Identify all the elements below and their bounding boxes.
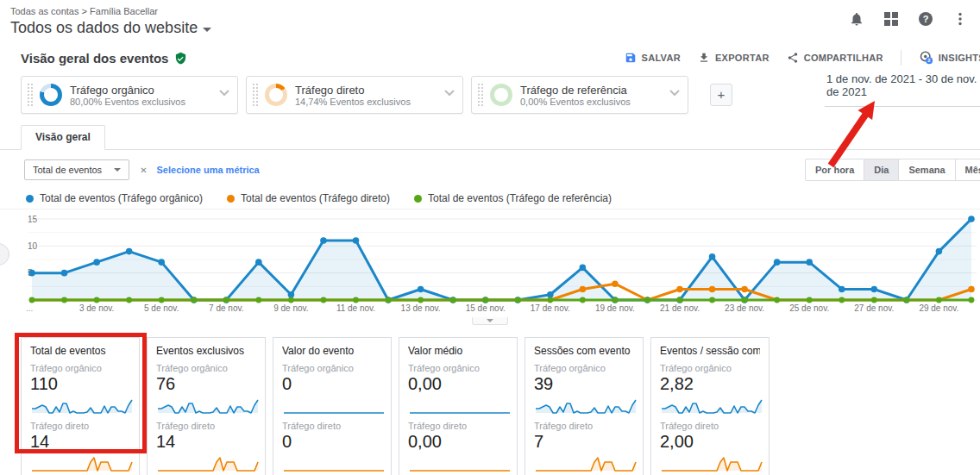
breadcrumb-all-accounts[interactable]: Todas as contas xyxy=(10,6,79,16)
granularity-por-hora[interactable]: Por hora xyxy=(805,159,864,181)
scorecard-segment-value: 2,00 xyxy=(660,432,760,452)
segment-chip-2[interactable]: Tráfego direto14,74% Eventos exclusivos xyxy=(246,76,463,114)
scorecard-4[interactable]: Valor médioTráfego orgânico0,00Tráfego d… xyxy=(399,337,518,475)
drag-handle-icon[interactable] xyxy=(477,83,484,107)
chevron-down-icon[interactable] xyxy=(669,84,680,100)
tab-visao-geral[interactable]: Visão geral xyxy=(21,125,105,150)
granularity-mês[interactable]: Mês xyxy=(956,159,980,181)
report-title-wrap: Visão geral dos eventos xyxy=(21,51,187,66)
scorecard-segment-value: 14 xyxy=(30,432,130,452)
report-title: Visão geral dos eventos xyxy=(21,51,168,66)
expand-chart-handle[interactable] xyxy=(472,317,508,325)
export-label: EXPORTAR xyxy=(715,53,770,63)
legend-label: Total de eventos (Tráfego direto) xyxy=(241,192,390,204)
kebab-menu-icon[interactable] xyxy=(952,11,968,27)
scorecard-segment-value: 0 xyxy=(282,432,382,452)
breadcrumb[interactable]: Todas as contas > Família Bacellar xyxy=(10,6,970,16)
segment-chip-3[interactable]: Tráfego de referência0,00% Eventos exclu… xyxy=(471,76,688,114)
sparkline xyxy=(30,453,134,474)
insights-icon: 2 xyxy=(919,51,933,65)
sparkline xyxy=(534,396,638,416)
segment-info: Tráfego de referência0,00% Eventos exclu… xyxy=(520,84,631,107)
scorecard-6[interactable]: Eventos / sessão com eventoTráfego orgân… xyxy=(650,337,770,475)
remove-metric-button[interactable]: ✕ xyxy=(140,166,147,175)
tabs-row: Visão geral xyxy=(0,124,980,150)
chevron-down-icon xyxy=(203,28,211,32)
scorecard-segment-value: 0,00 xyxy=(408,374,508,394)
chevron-down-icon xyxy=(114,168,121,172)
sparkline xyxy=(156,396,260,416)
drag-handle-icon[interactable] xyxy=(27,83,34,107)
svg-text:21 de nov.: 21 de nov. xyxy=(660,303,700,313)
svg-text:25 de nov.: 25 de nov. xyxy=(789,303,829,313)
scorecard-segment-value: 0 xyxy=(282,374,382,394)
scorecard-segment-label: Tráfego orgânico xyxy=(282,363,382,373)
granularity-semana[interactable]: Semana xyxy=(899,159,955,181)
breadcrumb-separator: > xyxy=(82,6,87,16)
report-bar: Visão geral dos eventos SALVAR EXPORTAR … xyxy=(0,40,980,69)
scorecard-segment-label: Tráfego orgânico xyxy=(660,363,760,373)
save-label: SALVAR xyxy=(642,53,681,63)
property-selector[interactable]: Todos os dados do website xyxy=(10,19,970,37)
events-timeline-chart: 510153 de nov.5 de nov.7 de nov.9 de nov… xyxy=(22,209,980,317)
insights-button[interactable]: 2 INSIGHTS xyxy=(919,51,980,65)
scorecard-segment-label: Tráfego orgânico xyxy=(156,363,256,373)
scorecard-segment-label: Tráfego direto xyxy=(534,421,634,431)
scorecards-row: Total de eventosTráfego orgânico110Tráfe… xyxy=(0,325,980,475)
verified-shield-icon xyxy=(174,52,187,65)
scorecard-segment-label: Tráfego direto xyxy=(408,421,508,431)
svg-text:27 de nov.: 27 de nov. xyxy=(854,303,894,313)
add-segment-button[interactable]: + xyxy=(710,84,732,106)
scorecard-segment-label: Tráfego direto xyxy=(660,421,760,431)
segment-chips: Tráfego orgânico80,00% Eventos exclusivo… xyxy=(21,76,696,114)
metric-controls: Total de eventos ✕ Selecione uma métrica… xyxy=(0,150,980,184)
segment-name: Tráfego orgânico xyxy=(70,84,185,97)
scorecard-title: Valor do evento xyxy=(282,345,382,357)
scorecard-segment-value: 39 xyxy=(534,374,634,394)
segment-donut-icon xyxy=(490,84,512,106)
scorecard-segment-value: 14 xyxy=(156,432,256,452)
notifications-bell-icon[interactable] xyxy=(849,11,864,27)
segment-info: Tráfego orgânico80,00% Eventos exclusivo… xyxy=(70,84,185,107)
segment-donut-icon xyxy=(40,84,62,106)
svg-text:15: 15 xyxy=(28,215,38,224)
segment-donut-icon xyxy=(265,84,287,106)
segment-name: Tráfego de referência xyxy=(520,84,631,97)
segment-info: Tráfego direto14,74% Eventos exclusivos xyxy=(295,84,411,107)
export-button[interactable]: EXPORTAR xyxy=(698,52,770,64)
scorecard-5[interactable]: Sessões com eventoTráfego orgânico39Tráf… xyxy=(525,337,644,475)
ga-events-overview-page: { "colors": { "blue":"#1b87c9", "orange"… xyxy=(0,0,980,475)
legend-item: Total de eventos (Tráfego orgânico) xyxy=(26,192,203,204)
sparkline xyxy=(660,453,763,474)
legend-item: Total de eventos (Tráfego de referência) xyxy=(414,192,612,204)
chevron-down-icon[interactable] xyxy=(219,84,229,100)
segment-chip-1[interactable]: Tráfego orgânico80,00% Eventos exclusivo… xyxy=(21,76,238,114)
share-button[interactable]: COMPARTILHAR xyxy=(787,52,883,64)
apps-grid-icon[interactable] xyxy=(883,11,899,27)
save-button[interactable]: SALVAR xyxy=(625,52,681,64)
select-metric-link[interactable]: Selecione uma métrica xyxy=(157,165,260,175)
scorecard-segment-value: 0,00 xyxy=(408,432,508,452)
metric-dropdown[interactable]: Total de eventos xyxy=(24,159,129,180)
scorecard-segment-label: Tráfego direto xyxy=(30,421,130,431)
drag-handle-icon[interactable] xyxy=(252,83,259,107)
scorecard-3[interactable]: Valor do eventoTráfego orgânico0Tráfego … xyxy=(273,337,392,475)
granularity-dia[interactable]: Dia xyxy=(864,159,899,181)
segment-name: Tráfego direto xyxy=(295,84,411,97)
legend-dot-icon xyxy=(26,195,34,203)
segment-detail: 0,00% Eventos exclusivos xyxy=(520,97,631,107)
date-range-selector[interactable]: 1 de nov. de 2021 - 30 de nov. de 2021 xyxy=(825,71,980,107)
granularity-toggle-group: Por horaDiaSemanaMês xyxy=(805,159,980,181)
chevron-down-icon[interactable] xyxy=(444,84,455,100)
scorecard-2[interactable]: Eventos exclusivosTráfego orgânico76Tráf… xyxy=(147,337,266,475)
legend-dot-icon xyxy=(414,195,422,203)
scorecard-segment-label: Tráfego orgânico xyxy=(30,363,130,373)
scorecard-1[interactable]: Total de eventosTráfego orgânico110Tráfe… xyxy=(21,337,140,475)
breadcrumb-account[interactable]: Família Bacellar xyxy=(90,6,158,16)
scorecard-segment-value: 7 xyxy=(534,432,634,452)
scorecard-segment-label: Tráfego orgânico xyxy=(534,363,634,373)
segment-detail: 14,74% Eventos exclusivos xyxy=(295,97,411,107)
insights-label: INSIGHTS xyxy=(939,53,980,63)
svg-text:7 de nov.: 7 de nov. xyxy=(209,303,243,313)
help-icon[interactable]: ? xyxy=(918,11,933,27)
